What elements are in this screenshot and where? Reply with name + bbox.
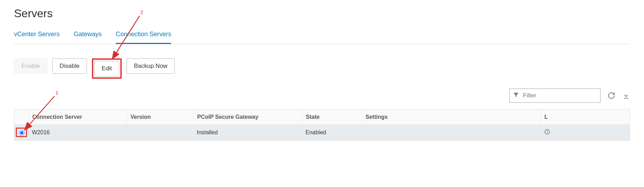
filter-box[interactable] [509,89,601,103]
tab-gateways[interactable]: Gateways [74,27,102,44]
col-settings[interactable]: Settings [362,109,541,124]
annotation-label-1: 1 [55,90,58,96]
table-header: Connection Server Version PCoIP Secure G… [14,109,630,125]
table: Connection Server Version PCoIP Secure G… [14,109,630,141]
tab-connection-servers[interactable]: Connection Servers [116,27,171,44]
filter-input[interactable] [522,92,598,99]
row-select-highlight [16,128,27,137]
disable-button[interactable]: Disable [52,58,87,74]
cell-state: Enabled [302,129,362,136]
clock-icon [544,129,550,135]
col-state[interactable]: State [302,109,362,124]
cell-name: W2016 [28,129,127,136]
page-title: Servers [14,7,630,20]
filter-icon [513,92,522,99]
col-connection-server[interactable]: Connection Server [28,109,127,124]
row-select-radio[interactable] [19,130,25,136]
table-toolbar [14,89,630,103]
tab-vcenter-servers[interactable]: vCenter Servers [14,27,60,44]
download-icon[interactable] [622,92,630,99]
toolbar: Enable Disable Edit Backup Now [14,58,630,79]
cell-pcoip: Installed [193,129,302,136]
backup-now-button[interactable]: Backup Now [127,58,175,74]
edit-button[interactable]: Edit [94,61,119,76]
enable-button: Enable [14,58,47,74]
refresh-icon[interactable] [608,92,615,99]
edit-highlight: Edit [92,58,122,79]
col-version[interactable]: Version [127,109,193,124]
table-row[interactable]: W2016 Installed Enabled [14,125,630,140]
annotation-label-2: 2 [140,9,143,15]
tabs: vCenter Servers Gateways Connection Serv… [14,27,630,44]
cell-last [541,129,555,136]
col-last[interactable]: L [541,109,555,124]
col-select [14,109,28,124]
col-pcoip[interactable]: PCoIP Secure Gateway [193,109,302,124]
